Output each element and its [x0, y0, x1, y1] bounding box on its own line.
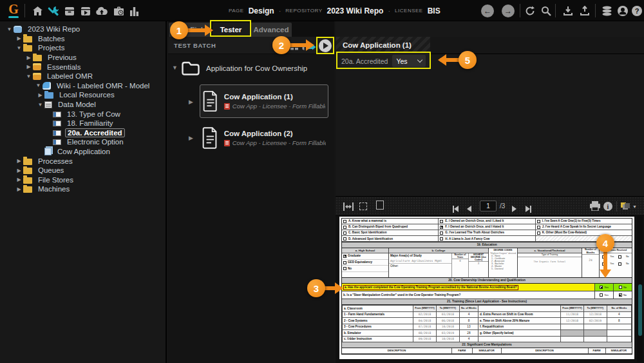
form-header: FARM — [589, 348, 606, 353]
expander-icon[interactable]: ▶ — [15, 35, 23, 41]
form-cell — [607, 336, 631, 342]
tree-item-familiarity[interactable]: 18. Familiarity — [0, 119, 166, 128]
last-page-icon[interactable] — [526, 203, 531, 215]
document-page[interactable]: A. Know what a mammal isE. I Owned an Os… — [339, 217, 634, 359]
info-icon[interactable]: i — [603, 202, 612, 211]
form-yes-cell-highlighted: Yes — [594, 284, 613, 291]
repository-value[interactable]: 2023 Wiki Repo — [327, 6, 384, 15]
tree-item-file-stores[interactable]: ▶File Stores — [0, 175, 166, 185]
form-header: HIGHEST DEGREE (Use Codes) — [469, 253, 488, 262]
forward-icon[interactable]: → — [502, 5, 515, 17]
expander-icon[interactable]: ▶ — [24, 55, 33, 61]
tree-item-data-model[interactable]: ▼Data Model — [0, 100, 166, 110]
batch-document-1[interactable]: Cow Application (1) Cow App - Licensee -… — [200, 84, 328, 118]
tab-advanced[interactable]: Advanced — [251, 23, 292, 37]
form-cell: GED Equivalency — [348, 260, 372, 264]
first-page-icon[interactable] — [453, 203, 459, 215]
expander-icon[interactable]: ▶ — [189, 99, 193, 105]
expander-icon[interactable]: ▶ — [15, 168, 23, 173]
upload-icon[interactable] — [578, 5, 591, 17]
tree-item-label: Batches — [36, 35, 67, 43]
home-icon[interactable] — [31, 5, 44, 17]
tree-item-labeled-omr[interactable]: ▼Labeled OMR — [0, 72, 166, 81]
licensee-label: LICENSEE — [395, 8, 423, 14]
user-icon[interactable] — [616, 5, 629, 17]
viewer-scrollbar[interactable] — [637, 217, 643, 362]
batch-document-2[interactable]: Cow Application (2) Cow App - Licensee -… — [200, 121, 328, 155]
next-page-icon[interactable] — [512, 203, 516, 215]
play-box-icon[interactable] — [79, 5, 92, 17]
form-question-a-highlighted: a. Has the applicant completed the Cow O… — [342, 284, 632, 291]
prev-page-icon[interactable] — [467, 203, 471, 215]
tree-item-accredited-selected[interactable]: 20a. Accredited — [0, 128, 166, 138]
expander-icon[interactable]: ▼ — [24, 74, 33, 79]
briefcase-clock-icon[interactable] — [112, 5, 125, 17]
form-header: To (MM/YYYY) — [436, 306, 459, 312]
tree-item-type-of-cow[interactable]: 13. Type of Cow — [0, 109, 166, 119]
tree-item-batches[interactable]: ▶Batches — [0, 34, 166, 44]
form-header: DESCRIPTION — [342, 348, 452, 353]
tree-item-machines[interactable]: ▶Machines — [0, 184, 166, 194]
form-cell: I. I've Seen A Cow One(1) to Five(5) Tim… — [542, 219, 601, 223]
expander-icon[interactable]: ▼ — [34, 83, 43, 88]
tree-item-wiki-model[interactable]: ▼Wiki - Labeled OMR - Model — [0, 81, 166, 91]
form-checkbox — [343, 231, 346, 235]
cow-application-form: A. Know what a mammal isE. I Owned an Os… — [341, 218, 632, 355]
page-value[interactable]: Design — [249, 6, 274, 15]
expander-icon[interactable]: ▶ — [189, 135, 193, 141]
expander-icon[interactable]: ▶ — [24, 64, 33, 70]
download-icon[interactable] — [562, 5, 574, 17]
archive-box-icon[interactable] — [63, 5, 76, 17]
expander-icon[interactable]: ▶ — [15, 158, 23, 164]
expander-icon[interactable]: ▼ — [5, 26, 14, 32]
tree-item-label: Data Model — [56, 101, 98, 108]
form-cell — [560, 336, 583, 342]
expander-icon[interactable]: ▶ — [15, 186, 23, 192]
field-icon — [53, 139, 61, 145]
form-section-20-title: 20. Cow Ownership Understanding and Qual… — [342, 278, 632, 284]
expander-icon[interactable]: ▼ — [172, 64, 178, 71]
tree-item-queues[interactable]: ▶Queues — [0, 166, 166, 175]
search-icon[interactable] — [540, 5, 553, 17]
licensee-value[interactable]: BIS — [428, 6, 440, 15]
batch-folder-row[interactable]: Application for Cow Ownership — [181, 61, 307, 76]
tree-item-essentials[interactable]: ▶Essentials — [0, 62, 166, 72]
form-cell: D. Advanced Spot Identification — [348, 237, 393, 241]
marquee-select-icon[interactable] — [359, 202, 367, 210]
database-icon[interactable] — [600, 5, 613, 17]
tree-item-previous[interactable]: ▶Previous — [0, 53, 166, 63]
print-icon[interactable] — [590, 201, 600, 213]
expander-icon[interactable]: ▶ — [15, 177, 23, 182]
fit-width-icon[interactable] — [343, 202, 354, 213]
cloud-upload-icon[interactable] — [95, 5, 108, 17]
inspector-header-spacer — [430, 37, 644, 54]
caret-down-icon[interactable]: ▼ — [632, 204, 637, 209]
node-tree: ▼2023 Wiki Repo ▶Batches ▼Projects ▶Prev… — [0, 21, 166, 194]
breadcrumb: PAGE Design · REPOSITORY 2023 Wiki Repo … — [229, 0, 440, 21]
help-icon[interactable]: ? — [630, 5, 643, 17]
bar-chart-icon[interactable] — [128, 5, 140, 17]
expander-icon[interactable]: ▼ — [15, 45, 23, 51]
form-value: 03/2018 — [436, 311, 459, 318]
tree-item-local-resources[interactable]: ▶Local Resources — [0, 90, 166, 100]
form-checkbox-checked — [440, 226, 443, 229]
tree-item-electronic-option[interactable]: Electronic Option — [0, 137, 166, 147]
annotation-arrowhead — [335, 282, 349, 294]
tree-item-processes[interactable]: ▶Processes — [0, 156, 166, 166]
tree-item-repo[interactable]: ▼2023 Wiki Repo — [0, 25, 166, 34]
scrollbar-thumb[interactable] — [638, 284, 642, 336]
form-checkbox — [618, 255, 621, 259]
form-value: 4 — [607, 311, 631, 318]
annotation-arrowhead — [600, 270, 611, 284]
tree-item-cow-application[interactable]: Cow Application — [0, 147, 166, 157]
grooper-logo-icon[interactable]: G — [6, 2, 21, 19]
batch-document-subtitle: Cow App - Licensee - Form Fillable - Ani… — [232, 103, 325, 110]
expander-icon[interactable]: ▶ — [36, 92, 44, 98]
tree-item-projects[interactable]: ▼Projects — [0, 43, 166, 53]
back-icon[interactable]: ← — [481, 5, 494, 17]
refresh-icon[interactable] — [524, 5, 536, 17]
tools-icon[interactable] — [47, 5, 60, 17]
annotation-callout-5: 5 — [459, 51, 477, 69]
page-number-input[interactable] — [480, 201, 497, 211]
expander-icon[interactable]: ▼ — [36, 102, 44, 108]
